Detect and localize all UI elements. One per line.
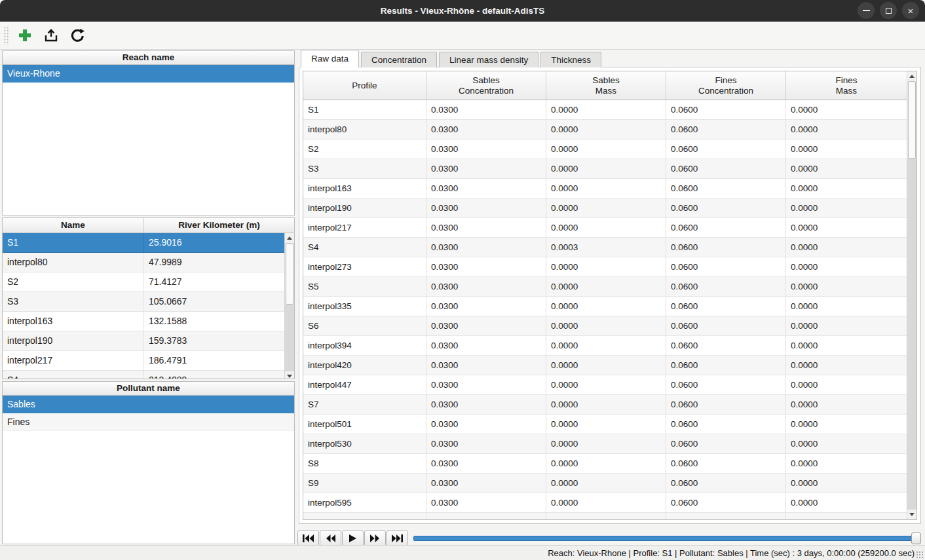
table-cell[interactable]: 0.0600: [666, 395, 786, 415]
table-cell[interactable]: 0.0000: [546, 277, 666, 297]
resize-grip[interactable]: [916, 551, 924, 559]
table-cell[interactable]: 0.0000: [786, 336, 907, 356]
profile-name-cell[interactable]: S3: [3, 292, 144, 312]
table-cell[interactable]: 0.0600: [666, 415, 786, 434]
profiles-col-name[interactable]: Name: [3, 218, 144, 233]
table-cell[interactable]: interpol501: [303, 415, 426, 434]
profile-rk-cell[interactable]: 47.9989: [144, 253, 284, 272]
scroll-down-arrow[interactable]: [907, 510, 916, 519]
scrollbar-trough[interactable]: [285, 305, 294, 371]
profile-row[interactable]: interpol190159.3783: [3, 331, 284, 351]
table-cell[interactable]: S1: [303, 100, 426, 120]
table-cell[interactable]: 0.0600: [666, 297, 786, 316]
table-cell[interactable]: S5: [303, 277, 426, 297]
table-cell[interactable]: 0.0300: [426, 454, 546, 474]
profile-name-cell[interactable]: interpol190: [3, 331, 144, 351]
scrollbar-thumb[interactable]: [286, 243, 293, 305]
table-cell[interactable]: 0.0300: [426, 434, 546, 454]
scrollbar-thumb[interactable]: [908, 81, 916, 159]
table-row[interactable]: interpol5300.03000.00000.06000.0000: [303, 434, 907, 454]
table-cell[interactable]: 0.0300: [426, 513, 546, 519]
table-cell[interactable]: 0.0300: [426, 356, 546, 375]
table-cell[interactable]: 0.0000: [546, 257, 666, 277]
table-cell[interactable]: 0.0000: [546, 513, 666, 519]
scroll-up-arrow[interactable]: [285, 233, 294, 243]
pollutant-item[interactable]: Fines: [3, 413, 294, 431]
table-row[interactable]: interpol5010.03000.00000.06000.0000: [303, 415, 907, 434]
profile-row[interactable]: S4213.4089: [3, 371, 284, 379]
profile-rk-cell[interactable]: 159.3783: [144, 331, 284, 351]
profiles-col-rk[interactable]: River Kilometer (m): [144, 218, 294, 233]
table-cell[interactable]: 0.0600: [666, 257, 786, 277]
table-cell[interactable]: 0.0000: [786, 375, 907, 395]
table-cell[interactable]: 0.0000: [546, 434, 666, 454]
column-header[interactable]: Fines Concentration: [666, 71, 786, 100]
table-cell[interactable]: 0.0000: [546, 454, 666, 474]
table-cell[interactable]: S9: [303, 474, 426, 493]
pollutant-item[interactable]: Sables: [3, 396, 294, 413]
table-row[interactable]: interpol3940.03000.00000.06000.0000: [303, 336, 907, 356]
table-cell[interactable]: S2: [303, 140, 426, 159]
table-row[interactable]: interpol4200.03000.00000.06000.0000: [303, 356, 907, 375]
table-cell[interactable]: 0.0000: [546, 474, 666, 493]
table-cell[interactable]: 0.0600: [666, 238, 786, 257]
table-cell[interactable]: 0.0300: [426, 415, 546, 434]
column-header[interactable]: Sables Mass: [546, 71, 666, 100]
table-cell[interactable]: interpol190: [303, 198, 426, 218]
profile-name-cell[interactable]: interpol80: [3, 253, 144, 272]
profile-row[interactable]: interpol163132.1588: [3, 312, 284, 331]
table-row[interactable]: interpol3350.03000.00000.06000.0000: [303, 297, 907, 316]
table-cell[interactable]: 0.0000: [546, 415, 666, 434]
table-cell[interactable]: 0.0600: [666, 179, 786, 198]
column-header[interactable]: Fines Mass: [786, 71, 907, 100]
table-cell[interactable]: 0.0600: [666, 140, 786, 159]
table-row[interactable]: S90.03000.00000.06000.0000: [303, 474, 907, 493]
table-cell[interactable]: 0.0300: [426, 316, 546, 336]
table-row[interactable]: S80.03000.00000.06000.0000: [303, 454, 907, 474]
table-cell[interactable]: 0.0000: [786, 257, 907, 277]
table-row[interactable]: S50.03000.00000.06000.0000: [303, 277, 907, 297]
tab-raw-data[interactable]: Raw data: [301, 50, 359, 67]
table-cell[interactable]: 0.0000: [546, 336, 666, 356]
profile-rk-cell[interactable]: 25.9016: [144, 233, 284, 253]
table-cell[interactable]: interpol163: [303, 179, 426, 198]
table-cell[interactable]: 0.0000: [546, 218, 666, 238]
table-cell[interactable]: 0.0600: [666, 159, 786, 179]
profile-rk-cell[interactable]: 71.4127: [144, 272, 284, 292]
table-cell[interactable]: 0.0600: [666, 316, 786, 336]
table-cell[interactable]: 0.0600: [666, 454, 786, 474]
profile-rk-cell[interactable]: 213.4089: [144, 371, 284, 379]
table-cell[interactable]: 0.0300: [426, 140, 546, 159]
table-cell[interactable]: 0.0000: [786, 415, 907, 434]
table-cell[interactable]: 0.0300: [426, 198, 546, 218]
pollutant-header[interactable]: Pollutant name: [3, 382, 294, 396]
table-row[interactable]: interpol2730.03000.00000.06000.0000: [303, 257, 907, 277]
tab-linear-mass-density[interactable]: Linear mass density: [439, 52, 538, 67]
table-cell[interactable]: S6: [303, 316, 426, 336]
table-cell[interactable]: 0.0000: [786, 434, 907, 454]
table-row[interactable]: S20.03000.00000.06000.0000: [303, 140, 907, 159]
table-cell[interactable]: 0.0600: [666, 356, 786, 375]
table-cell[interactable]: 0.0000: [786, 120, 907, 140]
table-cell[interactable]: 0.0600: [666, 434, 786, 454]
table-row[interactable]: S30.03000.00000.06000.0000: [303, 159, 907, 179]
export-button[interactable]: [40, 24, 62, 47]
table-cell[interactable]: 0.0300: [426, 474, 546, 493]
profile-row[interactable]: interpol8047.9989: [3, 253, 284, 272]
table-cell[interactable]: 0.0600: [666, 474, 786, 493]
table-cell[interactable]: 0.0000: [546, 493, 666, 513]
table-cell[interactable]: 0.0000: [546, 140, 666, 159]
table-cell[interactable]: 0.0000: [786, 454, 907, 474]
table-cell[interactable]: interpol217: [303, 218, 426, 238]
profile-name-cell[interactable]: interpol217: [3, 351, 144, 371]
table-cell[interactable]: 0.0000: [786, 238, 907, 257]
profile-name-cell[interactable]: S1: [3, 233, 144, 253]
table-cell[interactable]: 0.0000: [786, 297, 907, 316]
table-cell[interactable]: 0.0300: [426, 297, 546, 316]
table-cell[interactable]: interpol394: [303, 336, 426, 356]
table-cell[interactable]: 0.0000: [546, 395, 666, 415]
profile-rk-cell[interactable]: 186.4791: [144, 351, 284, 371]
scroll-down-arrow[interactable]: [285, 371, 294, 379]
table-cell[interactable]: 0.0300: [426, 159, 546, 179]
table-cell[interactable]: 0.0000: [786, 493, 907, 513]
